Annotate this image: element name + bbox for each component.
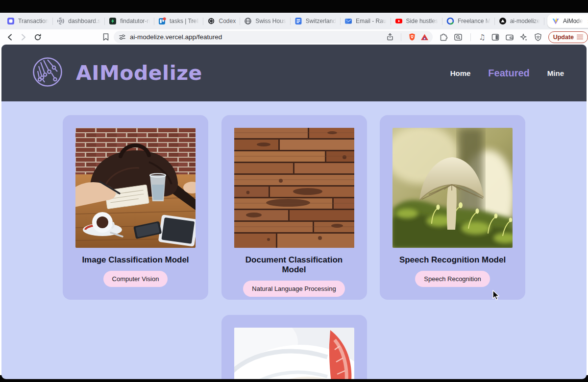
update-label: Update [553,34,574,41]
model-title: Document Classification Model [234,255,354,275]
vpn-shield-icon[interactable] [534,33,542,42]
screen: Transaction dashboard.s findatutor-n tas… [0,0,588,382]
globe-icon [244,17,252,25]
model-title: Speech Recognition Model [399,255,506,265]
model-card[interactable] [221,315,367,379]
tab-separator [544,18,544,25]
model-tag-badge: Natural Language Processing [243,281,344,297]
bookmark-icon[interactable] [102,33,110,41]
model-card[interactable]: Document Classification Model Natural La… [221,115,367,300]
model-title: Image Classification Model [82,255,189,265]
macos-menubar [0,0,588,13]
share-icon[interactable] [386,33,394,41]
extensions-icon[interactable] [440,33,448,42]
tab-label: ai-modelize [510,18,540,24]
tab-label: Switzerland [306,18,336,24]
tab-label: Codex [219,18,236,24]
tab-ai-modelize-vercel[interactable]: ai-modelize [495,14,544,28]
model-card[interactable]: Image Classification Model Computer Visi… [63,115,208,300]
wallet-icon[interactable] [505,33,514,42]
back-icon[interactable] [6,33,15,42]
trello-icon [158,17,166,25]
site-header: AIModelize Home Featured Mine [1,45,587,101]
reload-icon[interactable] [33,33,42,42]
model-tag-badge: Speech Recognition [415,271,490,287]
tab-label: AiMode [563,18,583,24]
update-button[interactable]: Update [548,31,588,43]
tab-dashboard[interactable]: dashboard.s [53,14,104,28]
browser-toolbar: ai-modelize.vercel.app/featured [0,29,588,45]
model-cards-grid: Image Classification Model Computer Visi… [63,115,525,379]
strawberry-bowl-photo [234,328,354,379]
mail-icon [344,17,352,25]
url-text[interactable]: ai-modelize.vercel.app/featured [130,33,386,41]
tab-codex[interactable]: Codex [203,14,240,28]
tab-email[interactable]: Email - Rau [341,14,391,28]
youtube-icon [395,17,403,25]
dashed-circle-icon [57,17,65,25]
brand-name: AIModelize [76,61,202,85]
toolbar-divider [401,33,401,41]
brave-shield-icon[interactable] [408,33,416,41]
vite-icon [552,17,560,25]
aimodelize-logo-icon [32,56,63,90]
tab-transactions[interactable]: Transaction [3,14,52,28]
obs-icon [446,17,454,25]
media-note-icon[interactable]: ♫ [479,33,485,42]
tab-strip: Transaction dashboard.s findatutor-n tas… [0,13,588,29]
app-window-icon [7,17,15,25]
wood-planks-photo [234,128,354,248]
bat-triangle-icon[interactable] [420,33,429,41]
tab-switzerland[interactable]: Switzerland [291,14,340,28]
tab-label: findatutor-n [120,18,150,24]
forward-icon[interactable] [19,33,27,42]
nav-mine[interactable]: Mine [547,69,564,77]
tab-findatutor[interactable]: findatutor-n [105,14,154,28]
tab-label: Email - Rau [356,18,387,24]
nav-featured[interactable]: Featured [488,68,529,79]
menu-icon [577,33,583,40]
featured-page: Image Classification Model Computer Visi… [1,101,587,379]
tab-label: Swiss Hous [255,18,286,24]
tab-label: tasks | Trell [170,18,199,24]
toolbar-divider [470,33,471,41]
site-nav: Home Featured Mine [450,68,564,79]
tune-icon[interactable] [119,33,126,41]
web-content: AIModelize Home Featured Mine [1,45,587,379]
mushroom-moss-photo [392,128,513,248]
search-box-icon[interactable] [454,33,463,42]
openai-icon [207,17,215,25]
brand[interactable]: AIModelize [32,56,202,90]
model-card[interactable]: Speech Recognition Model Speech Recognit… [380,115,525,300]
tab-side-hustles[interactable]: Side hustles [391,14,442,28]
tab-freelance[interactable]: Freelance M [442,14,494,28]
tab-trello[interactable]: tasks | Trell [154,14,203,28]
mouse-cursor [491,290,501,303]
leo-sparkle-icon[interactable] [519,33,528,42]
tab-aimodelize-active[interactable]: AiMode × [547,14,588,28]
tab-swiss-house[interactable]: Swiss Hous [240,14,290,28]
address-bar[interactable]: ai-modelize.vercel.app/featured [114,31,433,43]
toolbar-right-icons: ♫ [440,33,542,42]
lightning-icon [109,17,117,25]
tab-label: dashboard.s [68,18,100,24]
tab-label: Side hustles [406,18,438,24]
tab-label: Transaction [18,18,49,24]
tab-label: Freelance M [458,18,490,24]
document-icon [294,17,302,25]
sidebar-icon[interactable] [491,33,500,42]
vercel-icon [499,17,507,25]
cafe-table-photo [75,128,196,248]
model-tag-badge: Computer Vision [103,271,168,287]
nav-home[interactable]: Home [450,69,471,77]
